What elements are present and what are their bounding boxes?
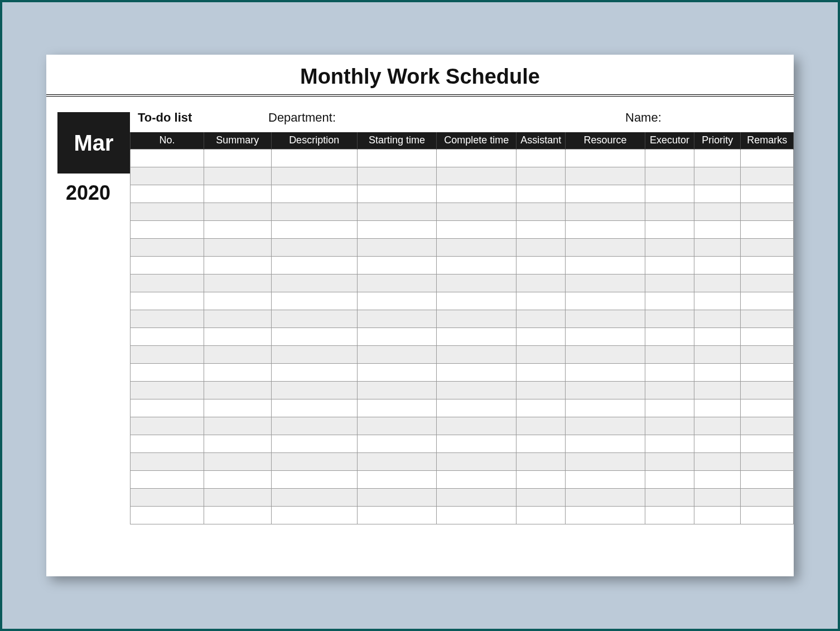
- table-cell[interactable]: [516, 167, 566, 185]
- table-cell[interactable]: [694, 274, 741, 292]
- table-cell[interactable]: [694, 506, 741, 524]
- table-cell[interactable]: [357, 506, 437, 524]
- table-cell[interactable]: [131, 310, 204, 327]
- table-cell[interactable]: [645, 310, 694, 327]
- table-cell[interactable]: [694, 167, 741, 185]
- table-cell[interactable]: [271, 256, 357, 274]
- table-cell[interactable]: [437, 399, 516, 417]
- table-cell[interactable]: [645, 238, 694, 256]
- table-cell[interactable]: [645, 381, 694, 399]
- table-cell[interactable]: [131, 435, 204, 452]
- table-cell[interactable]: [516, 452, 566, 470]
- table-cell[interactable]: [437, 310, 516, 327]
- table-cell[interactable]: [437, 381, 516, 399]
- table-cell[interactable]: [566, 238, 645, 256]
- table-cell[interactable]: [204, 238, 271, 256]
- table-cell[interactable]: [204, 506, 271, 524]
- table-cell[interactable]: [357, 185, 437, 203]
- table-cell[interactable]: [271, 310, 357, 327]
- table-cell[interactable]: [357, 345, 437, 363]
- table-cell[interactable]: [741, 435, 794, 452]
- table-cell[interactable]: [271, 399, 357, 417]
- table-cell[interactable]: [271, 185, 357, 203]
- table-cell[interactable]: [516, 220, 566, 238]
- table-cell[interactable]: [437, 220, 516, 238]
- table-cell[interactable]: [741, 149, 794, 167]
- table-cell[interactable]: [204, 345, 271, 363]
- table-cell[interactable]: [516, 345, 566, 363]
- table-cell[interactable]: [516, 327, 566, 345]
- table-cell[interactable]: [357, 452, 437, 470]
- table-cell[interactable]: [131, 381, 204, 399]
- table-cell[interactable]: [204, 256, 271, 274]
- table-cell[interactable]: [741, 292, 794, 310]
- table-cell[interactable]: [645, 435, 694, 452]
- table-cell[interactable]: [694, 327, 741, 345]
- table-cell[interactable]: [437, 506, 516, 524]
- table-cell[interactable]: [645, 417, 694, 435]
- table-cell[interactable]: [741, 506, 794, 524]
- table-cell[interactable]: [566, 327, 645, 345]
- table-cell[interactable]: [437, 363, 516, 381]
- table-cell[interactable]: [271, 363, 357, 381]
- table-cell[interactable]: [204, 292, 271, 310]
- table-cell[interactable]: [566, 506, 645, 524]
- table-cell[interactable]: [645, 185, 694, 203]
- table-cell[interactable]: [437, 292, 516, 310]
- table-cell[interactable]: [357, 488, 437, 506]
- table-cell[interactable]: [271, 381, 357, 399]
- table-cell[interactable]: [437, 470, 516, 488]
- table-cell[interactable]: [741, 417, 794, 435]
- table-cell[interactable]: [357, 292, 437, 310]
- table-cell[interactable]: [694, 310, 741, 327]
- table-cell[interactable]: [271, 470, 357, 488]
- table-cell[interactable]: [516, 399, 566, 417]
- table-cell[interactable]: [271, 435, 357, 452]
- table-cell[interactable]: [516, 185, 566, 203]
- table-cell[interactable]: [437, 417, 516, 435]
- table-cell[interactable]: [566, 488, 645, 506]
- table-cell[interactable]: [694, 292, 741, 310]
- table-cell[interactable]: [694, 488, 741, 506]
- table-cell[interactable]: [741, 185, 794, 203]
- table-cell[interactable]: [566, 274, 645, 292]
- table-cell[interactable]: [357, 435, 437, 452]
- table-cell[interactable]: [645, 470, 694, 488]
- table-cell[interactable]: [516, 417, 566, 435]
- table-cell[interactable]: [741, 274, 794, 292]
- table-cell[interactable]: [566, 203, 645, 220]
- table-cell[interactable]: [694, 256, 741, 274]
- table-cell[interactable]: [131, 274, 204, 292]
- table-cell[interactable]: [437, 274, 516, 292]
- table-cell[interactable]: [204, 327, 271, 345]
- table-cell[interactable]: [131, 327, 204, 345]
- table-cell[interactable]: [204, 203, 271, 220]
- table-cell[interactable]: [741, 363, 794, 381]
- table-cell[interactable]: [271, 292, 357, 310]
- table-cell[interactable]: [437, 149, 516, 167]
- table-cell[interactable]: [131, 363, 204, 381]
- table-cell[interactable]: [645, 452, 694, 470]
- table-cell[interactable]: [437, 238, 516, 256]
- table-cell[interactable]: [204, 417, 271, 435]
- table-cell[interactable]: [271, 506, 357, 524]
- table-cell[interactable]: [131, 488, 204, 506]
- table-cell[interactable]: [271, 417, 357, 435]
- table-cell[interactable]: [516, 506, 566, 524]
- table-cell[interactable]: [566, 185, 645, 203]
- table-cell[interactable]: [357, 363, 437, 381]
- table-cell[interactable]: [131, 417, 204, 435]
- table-cell[interactable]: [516, 488, 566, 506]
- table-cell[interactable]: [516, 149, 566, 167]
- table-cell[interactable]: [131, 399, 204, 417]
- table-cell[interactable]: [271, 274, 357, 292]
- table-cell[interactable]: [204, 149, 271, 167]
- table-cell[interactable]: [566, 345, 645, 363]
- table-cell[interactable]: [694, 363, 741, 381]
- table-cell[interactable]: [357, 274, 437, 292]
- table-cell[interactable]: [271, 167, 357, 185]
- table-cell[interactable]: [566, 256, 645, 274]
- table-cell[interactable]: [516, 274, 566, 292]
- table-cell[interactable]: [645, 220, 694, 238]
- table-cell[interactable]: [516, 470, 566, 488]
